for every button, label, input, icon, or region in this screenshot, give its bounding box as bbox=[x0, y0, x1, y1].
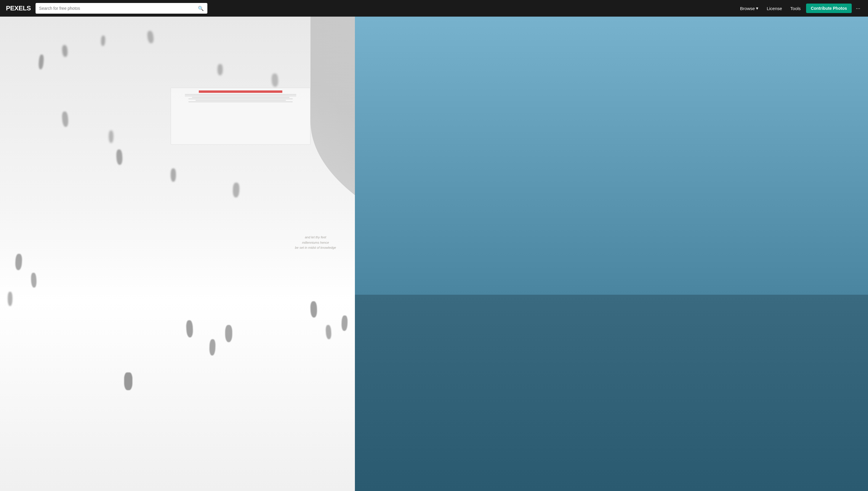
search-bar: 🔍 bbox=[36, 3, 207, 13]
sidebar: Adobe Portfolio Build a website in minut… bbox=[776, 17, 868, 491]
main-layout: and let thy feet millenniums hence be se… bbox=[0, 17, 868, 491]
floor-text: and let thy feet millenniums hence be se… bbox=[295, 235, 336, 251]
search-button[interactable]: 🔍 bbox=[198, 6, 204, 11]
photographer-section: sl wong + View all 37 photos bbox=[782, 91, 862, 104]
license-link[interactable]: License bbox=[764, 4, 785, 13]
avatar-image bbox=[782, 91, 796, 104]
avatar[interactable] bbox=[782, 91, 796, 104]
contribute-button[interactable]: Contribute Photos bbox=[806, 4, 852, 13]
search-input[interactable] bbox=[39, 6, 198, 11]
nav-links: Browse ▾ License Tools Contribute Photos… bbox=[737, 4, 862, 13]
browse-link[interactable]: Browse ▾ bbox=[737, 4, 761, 13]
chevron-down-icon: ▾ bbox=[756, 6, 758, 11]
tools-link[interactable]: Tools bbox=[787, 4, 804, 13]
more-menu-button[interactable]: ··· bbox=[854, 4, 862, 13]
sign-element bbox=[170, 88, 310, 145]
site-logo[interactable]: PEXELS bbox=[6, 4, 31, 12]
navbar: PEXELS 🔍 Browse ▾ License Tools Contribu… bbox=[0, 0, 868, 17]
